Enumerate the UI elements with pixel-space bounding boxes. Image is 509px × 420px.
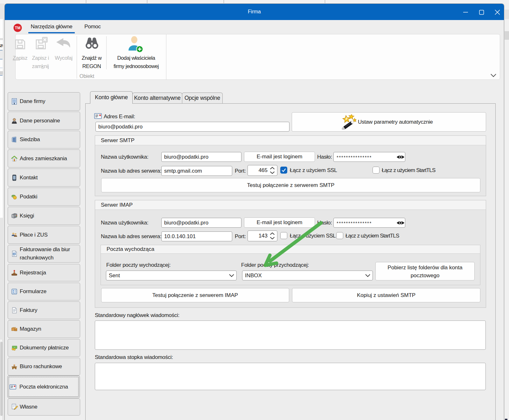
svg-text:TM: TM	[15, 26, 20, 30]
